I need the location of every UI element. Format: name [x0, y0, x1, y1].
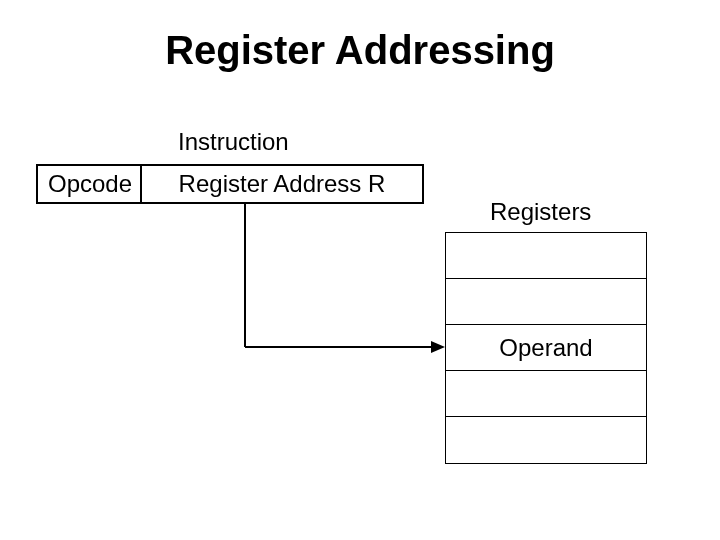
svg-marker-2 — [431, 341, 445, 353]
diagram-canvas: Register Addressing Instruction Opcode R… — [0, 0, 720, 540]
pointer-arrow — [0, 0, 720, 540]
